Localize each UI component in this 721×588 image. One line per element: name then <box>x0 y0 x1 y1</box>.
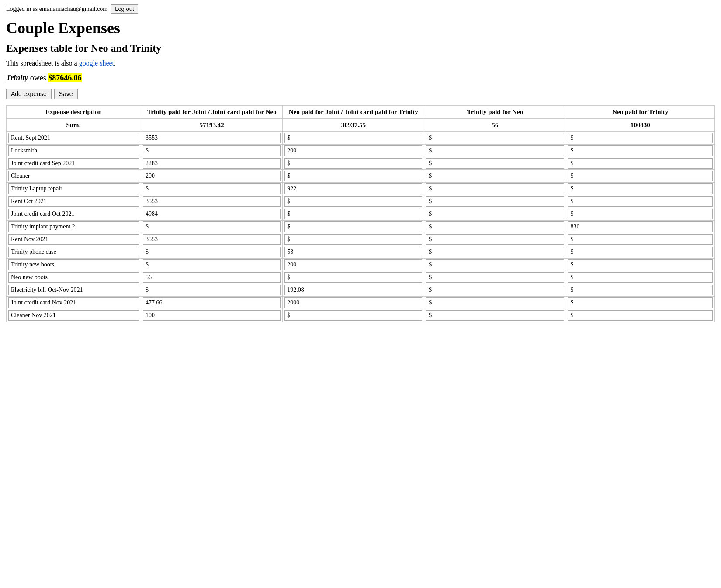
row-12-col4-input[interactable] <box>426 285 564 295</box>
table-row <box>7 145 715 157</box>
row-7-col5-input[interactable] <box>568 221 713 232</box>
row-9-col3-input[interactable] <box>284 247 422 257</box>
row-4-col5-input[interactable] <box>568 183 713 194</box>
row-14-col4-input[interactable] <box>426 310 564 321</box>
row-11-desc-input[interactable] <box>8 272 139 283</box>
row-11-col3-input[interactable] <box>284 272 422 283</box>
table-row <box>7 284 715 297</box>
row-0-col4-input[interactable] <box>426 133 564 143</box>
row-2-col3-input[interactable] <box>284 158 422 169</box>
row-13-col2-input[interactable] <box>143 297 281 308</box>
row-3-desc-input[interactable] <box>8 171 139 181</box>
sum-row: Sum: 57193.42 30937.55 56 100830 <box>7 119 715 132</box>
sum-col4: 56 <box>424 119 566 132</box>
add-expense-button[interactable]: Add expense <box>6 89 52 99</box>
table-row <box>7 183 715 195</box>
row-2-desc-input[interactable] <box>8 158 139 169</box>
row-1-col2-input[interactable] <box>143 145 281 156</box>
table-row <box>7 170 715 183</box>
row-11-col5-input[interactable] <box>568 272 713 283</box>
row-9-col5-input[interactable] <box>568 247 713 257</box>
row-13-desc-input[interactable] <box>8 297 139 308</box>
row-7-col2-input[interactable] <box>143 221 281 232</box>
row-5-col2-input[interactable] <box>143 196 281 207</box>
row-13-col5-input[interactable] <box>568 297 713 308</box>
row-11-col4-input[interactable] <box>426 272 564 283</box>
row-8-col3-input[interactable] <box>284 234 422 245</box>
login-label: Logged in as emailannachau@gmail.com <box>6 6 107 13</box>
sum-col3: 30937.55 <box>283 119 424 132</box>
spreadsheet-note: This spreadsheet is also a google sheet. <box>6 59 715 67</box>
row-9-desc-input[interactable] <box>8 247 139 257</box>
row-6-col5-input[interactable] <box>568 209 713 219</box>
row-9-col4-input[interactable] <box>426 247 564 257</box>
google-sheet-link[interactable]: google sheet <box>79 59 114 67</box>
row-11-col2-input[interactable] <box>143 272 281 283</box>
row-7-col4-input[interactable] <box>426 221 564 232</box>
row-6-col2-input[interactable] <box>143 209 281 219</box>
row-3-col3-input[interactable] <box>284 171 422 181</box>
row-2-col2-input[interactable] <box>143 158 281 169</box>
row-5-col4-input[interactable] <box>426 196 564 207</box>
row-12-desc-input[interactable] <box>8 285 139 295</box>
row-0-col2-input[interactable] <box>143 133 281 143</box>
sum-col2: 57193.42 <box>141 119 282 132</box>
row-10-col5-input[interactable] <box>568 259 713 270</box>
row-4-col2-input[interactable] <box>143 183 281 194</box>
row-13-col3-input[interactable] <box>284 297 422 308</box>
row-7-desc-input[interactable] <box>8 221 139 232</box>
row-3-col4-input[interactable] <box>426 171 564 181</box>
row-10-col2-input[interactable] <box>143 259 281 270</box>
row-8-desc-input[interactable] <box>8 234 139 245</box>
row-6-col3-input[interactable] <box>284 209 422 219</box>
row-14-col5-input[interactable] <box>568 310 713 321</box>
row-4-desc-input[interactable] <box>8 183 139 194</box>
row-0-col5-input[interactable] <box>568 133 713 143</box>
table-row <box>7 157 715 170</box>
row-0-desc-input[interactable] <box>8 133 139 143</box>
row-14-col2-input[interactable] <box>143 310 281 321</box>
row-9-col2-input[interactable] <box>143 247 281 257</box>
table-row <box>7 233 715 246</box>
save-button[interactable]: Save <box>54 89 78 99</box>
row-2-col5-input[interactable] <box>568 158 713 169</box>
row-10-col3-input[interactable] <box>284 259 422 270</box>
row-4-col3-input[interactable] <box>284 183 422 194</box>
row-0-col3-input[interactable] <box>284 133 422 143</box>
table-row <box>7 246 715 259</box>
row-8-col4-input[interactable] <box>426 234 564 245</box>
sum-label: Sum: <box>7 119 141 132</box>
table-row <box>7 271 715 284</box>
row-12-col2-input[interactable] <box>143 285 281 295</box>
row-1-desc-input[interactable] <box>8 145 139 156</box>
row-3-col2-input[interactable] <box>143 171 281 181</box>
table-row <box>7 208 715 221</box>
row-1-col4-input[interactable] <box>426 145 564 156</box>
row-5-desc-input[interactable] <box>8 196 139 207</box>
owes-amount: $87646.06 <box>48 73 82 82</box>
row-4-col4-input[interactable] <box>426 183 564 194</box>
sum-col5: 100830 <box>566 119 714 132</box>
row-7-col3-input[interactable] <box>284 221 422 232</box>
row-10-col4-input[interactable] <box>426 259 564 270</box>
row-6-desc-input[interactable] <box>8 209 139 219</box>
row-10-desc-input[interactable] <box>8 259 139 270</box>
row-8-col5-input[interactable] <box>568 234 713 245</box>
logout-button[interactable]: Log out <box>111 4 138 14</box>
row-1-col3-input[interactable] <box>284 145 422 156</box>
row-14-desc-input[interactable] <box>8 310 139 321</box>
page-title: Couple Expenses <box>6 19 715 37</box>
col3-header: Neo paid for Joint / Joint card paid for… <box>283 106 424 119</box>
row-2-col4-input[interactable] <box>426 158 564 169</box>
row-12-col3-input[interactable] <box>284 285 422 295</box>
row-6-col4-input[interactable] <box>426 209 564 219</box>
row-8-col2-input[interactable] <box>143 234 281 245</box>
row-5-col3-input[interactable] <box>284 196 422 207</box>
row-3-col5-input[interactable] <box>568 171 713 181</box>
row-1-col5-input[interactable] <box>568 145 713 156</box>
row-12-col5-input[interactable] <box>568 285 713 295</box>
row-5-col5-input[interactable] <box>568 196 713 207</box>
row-13-col4-input[interactable] <box>426 297 564 308</box>
row-14-col3-input[interactable] <box>284 310 422 321</box>
table-row <box>7 297 715 309</box>
